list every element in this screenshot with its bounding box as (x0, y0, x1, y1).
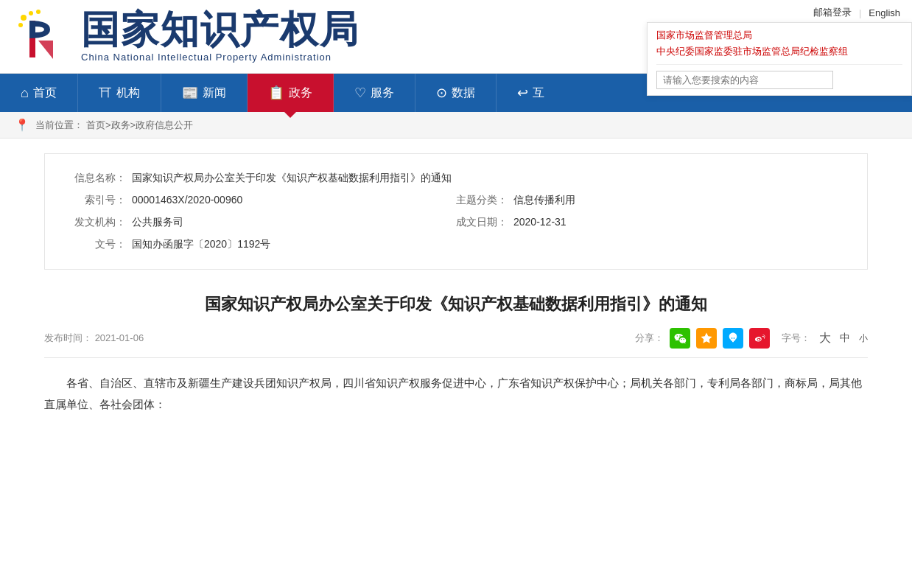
mailbox-link[interactable]: 邮箱登录 (813, 6, 852, 19)
info-row-index-topic: 索引号： 00001463X/2020-00960 主题分类： 信息传播利用 (74, 194, 838, 207)
service-icon: ♡ (354, 85, 366, 101)
info-col-index: 索引号： 00001463X/2020-00960 (74, 194, 456, 207)
data-icon: ⊙ (436, 85, 447, 101)
logo-icon (15, 7, 74, 66)
info-row-name: 信息名称： 国家知识产权局办公室关于印发《知识产权基础数据利用指引》的通知 (74, 172, 838, 185)
svg-point-2 (36, 10, 41, 14)
nav-label-gov: 政务 (289, 85, 312, 101)
header-dropdown: 国家市场监督管理总局 中央纪委国家监委驻市场监管总局纪检监察组 (647, 22, 912, 96)
article-paragraph-1: 各省、自治区、直辖市及新疆生产建设兵团知识产权局，四川省知识产权服务促进中心，广… (44, 373, 868, 415)
nav-label-org: 机构 (116, 85, 140, 101)
header-right: 邮箱登录 | English 国家市场监督管理总局 中央纪委国家监委驻市场监管总… (647, 0, 912, 96)
logo-text: 国家知识产权局 China National Intellectual Prop… (81, 10, 359, 63)
font-size-small-btn[interactable]: 小 (859, 332, 868, 345)
info-col-date: 成文日期： 2020-12-31 (456, 216, 838, 229)
more-icon: ↩ (517, 85, 528, 101)
share-row: 分享： 字号： 大 中 小 (635, 328, 868, 349)
share-label: 分享： (635, 332, 664, 345)
nav-label-data: 数据 (452, 85, 475, 101)
publish-time-label: 发布时间： (44, 332, 92, 343)
info-doc-value: 国知办函服字〔2020〕1192号 (132, 238, 270, 251)
breadcrumb-path: 首页>政务>政府信息公开 (86, 119, 193, 132)
top-link-divider: | (859, 7, 861, 18)
header: 国家知识产权局 China National Intellectual Prop… (0, 0, 912, 74)
article-title: 国家知识产权局办公室关于印发《知识产权基础数据利用指引》的通知 (44, 292, 868, 316)
info-name-label: 信息名称： (74, 172, 126, 185)
breadcrumb-prefix: 当前位置： (35, 119, 83, 132)
home-icon: ⌂ (21, 85, 29, 101)
logo-cn-text: 国家知识产权局 (81, 10, 359, 49)
info-col-org: 发文机构： 公共服务司 (74, 216, 456, 229)
info-index-value: 00001463X/2020-00960 (132, 194, 242, 206)
english-link[interactable]: English (869, 7, 900, 18)
font-size-label: 字号： (782, 332, 810, 345)
share-wechat-icon[interactable] (670, 328, 690, 349)
info-date-label: 成文日期： (456, 216, 508, 229)
location-icon: 📍 (15, 118, 29, 132)
info-doc-label: 文号： (74, 238, 126, 251)
info-date-value: 2020-12-31 (513, 216, 567, 228)
nav-item-service[interactable]: ♡ 服务 (334, 74, 415, 112)
nav-item-news[interactable]: 📰 新闻 (161, 74, 248, 112)
nav-item-more[interactable]: ↩ 互 (497, 74, 565, 112)
logo-area: 国家知识产权局 China National Intellectual Prop… (0, 0, 374, 73)
svg-point-1 (29, 11, 33, 15)
publish-time: 发布时间： 2021-01-06 (44, 332, 144, 345)
info-topic-label: 主题分类： (456, 194, 508, 207)
info-row-doc: 文号： 国知办函服字〔2020〕1192号 (74, 238, 838, 251)
info-topic-value: 信息传播利用 (513, 194, 575, 207)
font-size-medium-btn[interactable]: 中 (840, 332, 850, 345)
font-size-large-btn[interactable]: 大 (819, 331, 831, 346)
meta-row: 发布时间： 2021-01-06 分享： 字号： 大 中 小 (44, 328, 868, 358)
nav-label-news: 新闻 (203, 85, 226, 101)
top-links-bar: 邮箱登录 | English (801, 0, 912, 22)
nav-item-home[interactable]: ⌂ 首页 (0, 74, 78, 112)
nav-item-data[interactable]: ⊙ 数据 (415, 74, 497, 112)
info-col-topic: 主题分类： 信息传播利用 (456, 194, 838, 207)
search-row (656, 71, 902, 89)
nav-item-gov[interactable]: 📋 政务 (248, 74, 334, 112)
search-input[interactable] (656, 71, 833, 89)
gov-icon: 📋 (268, 85, 284, 101)
info-index-label: 索引号： (74, 194, 126, 207)
svg-point-3 (18, 23, 23, 27)
publish-time-value: 2021-01-06 (95, 332, 144, 343)
share-qq-icon[interactable] (723, 328, 743, 349)
share-star-icon[interactable] (696, 328, 717, 349)
main-content: 信息名称： 国家知识产权局办公室关于印发《知识产权基础数据利用指引》的通知 索引… (0, 139, 912, 438)
nav-label-service: 服务 (371, 85, 394, 101)
breadcrumb-bar: 📍 当前位置： 首页>政务>政府信息公开 (0, 112, 912, 139)
info-card: 信息名称： 国家知识产权局办公室关于印发《知识产权基础数据利用指引》的通知 索引… (44, 153, 868, 270)
article-body: 各省、自治区、直辖市及新疆生产建设兵团知识产权局，四川省知识产权服务促进中心，广… (44, 373, 868, 415)
dropdown-link-2[interactable]: 中央纪委国家监委驻市场监管总局纪检监察组 (656, 45, 902, 58)
nav-item-org[interactable]: ⛩ 机构 (78, 74, 161, 112)
news-icon: 📰 (182, 85, 198, 101)
nav-label-more: 互 (533, 85, 544, 101)
svg-marker-5 (38, 41, 53, 59)
nav-label-home: 首页 (33, 85, 57, 101)
info-org-value: 公共服务司 (132, 216, 183, 229)
info-org-label: 发文机构： (74, 216, 126, 229)
logo-en-text: China National Intellectual Property Adm… (81, 52, 359, 63)
svg-point-0 (21, 15, 27, 21)
info-row-org-date: 发文机构： 公共服务司 成文日期： 2020-12-31 (74, 216, 838, 229)
dropdown-links: 国家市场监督管理总局 中央纪委国家监委驻市场监管总局纪检监察组 (656, 29, 902, 65)
org-icon: ⛩ (99, 85, 112, 101)
info-name-value: 国家知识产权局办公室关于印发《知识产权基础数据利用指引》的通知 (132, 172, 452, 185)
dropdown-link-1[interactable]: 国家市场监督管理总局 (656, 29, 902, 42)
share-weibo-icon[interactable] (749, 328, 770, 349)
